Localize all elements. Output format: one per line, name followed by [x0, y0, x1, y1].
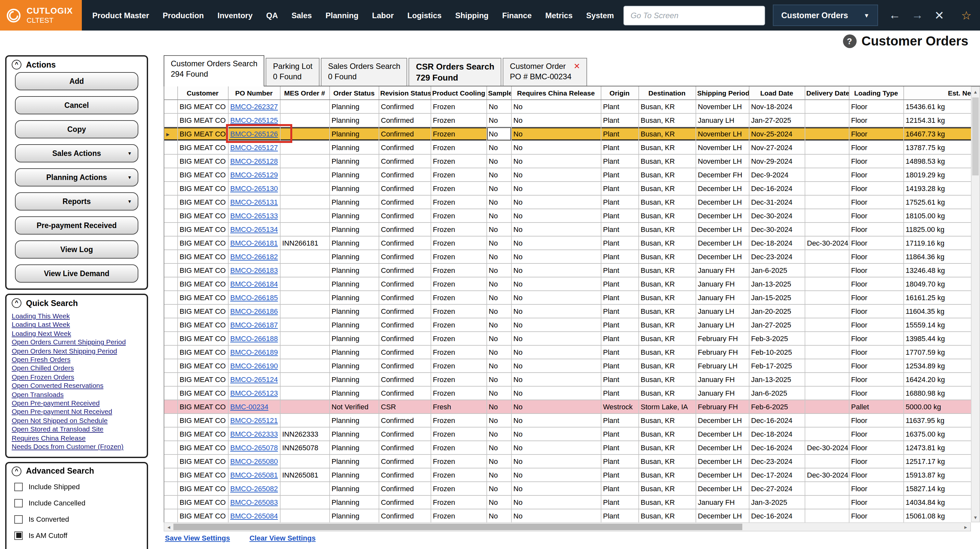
cell-mes-order[interactable] [280, 400, 329, 413]
cell-requires-china-release[interactable]: No [511, 413, 601, 427]
cell-customer[interactable]: BIG MEAT CO [177, 331, 228, 345]
cell-customer[interactable]: BIG MEAT CO [177, 345, 228, 359]
table-row[interactable]: BIG MEAT CO BMCO-266185 Planning Confirm… [164, 290, 971, 304]
cell-requires-china-release[interactable]: No [511, 318, 601, 331]
quick-search-link[interactable]: Open Pre-payment Received [12, 399, 142, 408]
cell-order-status[interactable]: Planning [329, 127, 379, 140]
cell-est-net-weight[interactable]: 15913.87 kg [904, 468, 971, 482]
cell-shipping-period[interactable]: December LH [695, 454, 749, 468]
cell-sample[interactable]: No [487, 113, 511, 127]
cell-order-status[interactable]: Planning [329, 359, 379, 372]
cell-mes-order[interactable] [280, 127, 329, 140]
cell-shipping-period[interactable]: December LH [695, 249, 749, 263]
row-selector[interactable] [164, 427, 177, 440]
cell-customer[interactable]: BIG MEAT CO [177, 222, 228, 236]
cell-origin[interactable]: Plant [601, 113, 638, 127]
quick-search-link[interactable]: Open Orders Current Shipping Period [12, 338, 142, 346]
cell-order-status[interactable]: Not Verified [329, 400, 379, 413]
table-row[interactable]: BIG MEAT CO BMCO-265081 INN265081 Planni… [164, 468, 971, 482]
cell-shipping-period[interactable]: December FH [695, 168, 749, 181]
action-dropdown-button[interactable]: Planning Actions▼ [15, 168, 138, 187]
cell-loading-type[interactable]: Floor [849, 468, 904, 482]
column-header-est-net-weight[interactable]: Est. Net Weight [904, 86, 971, 99]
row-selector[interactable] [164, 386, 177, 400]
cell-origin[interactable]: Plant [601, 154, 638, 168]
cell-customer[interactable]: BIG MEAT CO [177, 413, 228, 427]
cell-order-status[interactable]: Planning [329, 113, 379, 127]
column-header-revision-status[interactable]: Revision Status [379, 86, 431, 99]
po-number-link[interactable]: BMCO-265080 [230, 457, 278, 465]
cell-mes-order[interactable] [280, 209, 329, 222]
cell-destination[interactable]: Busan, KR [638, 249, 695, 263]
cell-product-cooling[interactable]: Frozen [431, 127, 487, 140]
cell-est-net-weight[interactable]: 13985.44 kg [904, 331, 971, 345]
cell-load-date[interactable]: Dec-23-2024 [749, 249, 805, 263]
cell-sample[interactable]: No [487, 154, 511, 168]
table-row[interactable]: BIG MEAT CO BMCO-262327 Planning Confirm… [164, 99, 971, 113]
cell-mes-order[interactable] [280, 181, 329, 195]
cell-shipping-period[interactable]: November LH [695, 140, 749, 154]
cell-destination[interactable]: Busan, KR [638, 181, 695, 195]
cell-destination[interactable]: Busan, KR [638, 495, 695, 509]
cell-product-cooling[interactable]: Fresh [431, 400, 487, 413]
cell-mes-order[interactable] [280, 509, 329, 522]
cell-destination[interactable]: Busan, KR [638, 154, 695, 168]
cell-sample[interactable]: No [487, 345, 511, 359]
cell-load-date[interactable]: Dec-18-2024 [749, 236, 805, 249]
cell-revision-status[interactable]: Confirmed [379, 386, 431, 400]
cell-sample[interactable]: No [487, 222, 511, 236]
cell-product-cooling[interactable]: Frozen [431, 236, 487, 249]
po-number-link[interactable]: BMCO-265128 [230, 157, 278, 165]
cell-load-date[interactable]: Feb-17-2025 [749, 359, 805, 372]
cell-product-cooling[interactable]: Frozen [431, 331, 487, 345]
cell-delivery-date[interactable] [805, 482, 849, 495]
cell-revision-status[interactable]: Confirmed [379, 127, 431, 140]
forward-arrow-icon[interactable]: → [912, 8, 923, 22]
table-row[interactable]: BIG MEAT CO BMCO-265080 Planning Confirm… [164, 454, 971, 468]
row-selector[interactable] [164, 359, 177, 372]
cell-customer[interactable]: BIG MEAT CO [177, 495, 228, 509]
cell-order-status[interactable]: Planning [329, 372, 379, 386]
cell-est-net-weight[interactable]: 18049.70 kg [904, 277, 971, 290]
cell-requires-china-release[interactable]: No [511, 236, 601, 249]
goto-screen-input[interactable] [624, 6, 765, 25]
tab-customer-orders-search[interactable]: Customer Orders Search 294 Found [164, 55, 265, 86]
table-row[interactable]: BIG MEAT CO BMCO-265133 Planning Confirm… [164, 209, 971, 222]
cell-shipping-period[interactable]: December LH [695, 427, 749, 440]
table-row[interactable]: BIG MEAT CO BMCO-265126 Planning Confirm… [164, 127, 971, 140]
cell-product-cooling[interactable]: Frozen [431, 413, 487, 427]
cell-load-date[interactable]: Dec-18-2024 [749, 427, 805, 440]
cell-shipping-period[interactable]: January LH [695, 304, 749, 318]
cell-product-cooling[interactable]: Frozen [431, 345, 487, 359]
row-selector[interactable] [164, 290, 177, 304]
row-selector[interactable] [164, 468, 177, 482]
cell-delivery-date[interactable] [805, 195, 849, 209]
cell-customer[interactable]: BIG MEAT CO [177, 304, 228, 318]
po-number-link[interactable]: BMCO-262333 [230, 430, 278, 437]
cell-est-net-weight[interactable]: 15061.08 kg [904, 509, 971, 522]
table-row[interactable]: BIG MEAT CO BMCO-265129 Planning Confirm… [164, 168, 971, 181]
cell-requires-china-release[interactable]: No [511, 495, 601, 509]
cell-mes-order[interactable] [280, 222, 329, 236]
cell-order-status[interactable]: Planning [329, 209, 379, 222]
collapse-icon[interactable]: ^ [12, 298, 21, 308]
cell-est-net-weight[interactable]: 11604.35 kg [904, 304, 971, 318]
po-number-link[interactable]: BMCO-266181 [230, 239, 278, 247]
cell-origin[interactable]: Plant [601, 359, 638, 372]
po-number-link[interactable]: BMCO-265081 [230, 471, 278, 479]
po-number-link[interactable]: BMCO-265125 [230, 116, 278, 124]
cell-customer[interactable]: BIG MEAT CO [177, 99, 228, 113]
cell-sample[interactable]: No [487, 318, 511, 331]
cell-load-date[interactable]: Jan-15-2025 [749, 290, 805, 304]
close-icon[interactable]: ✕ [935, 8, 944, 22]
cell-requires-china-release[interactable]: No [511, 304, 601, 318]
cell-shipping-period[interactable]: December LH [695, 195, 749, 209]
po-number-link[interactable]: BMCO-266182 [230, 252, 278, 260]
quick-search-link[interactable]: Open Stored at Transload Site [12, 425, 142, 434]
cell-requires-china-release[interactable]: No [511, 400, 601, 413]
cell-requires-china-release[interactable]: No [511, 154, 601, 168]
action-dropdown-button[interactable]: Sales Actions▼ [15, 144, 138, 163]
cell-requires-china-release[interactable]: No [511, 290, 601, 304]
action-button[interactable]: View Log [15, 240, 138, 259]
cell-revision-status[interactable]: Confirmed [379, 113, 431, 127]
